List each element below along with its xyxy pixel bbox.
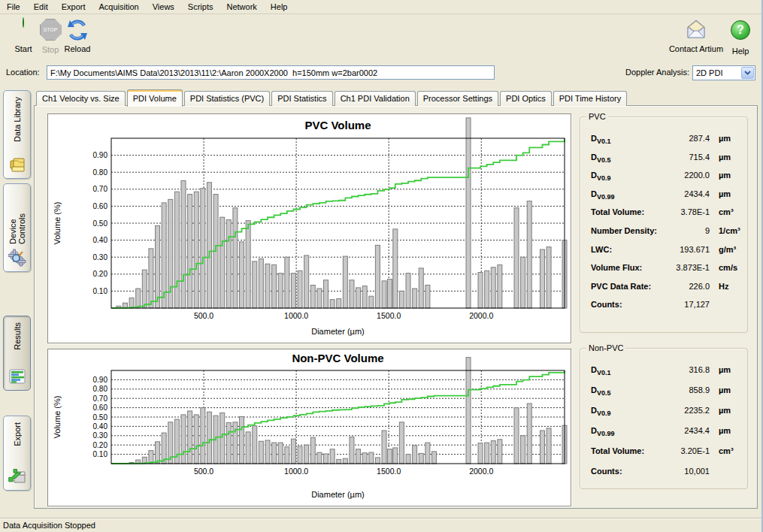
sidebar-item-data-library[interactable]: Data Library [3, 90, 31, 179]
sidebar-item-device-controls[interactable]: Device Controls [3, 183, 31, 272]
chevron-down-icon[interactable] [741, 67, 754, 79]
stat-row: DV0.92235.2µm [591, 406, 741, 426]
svg-text:0.10: 0.10 [93, 450, 108, 458]
sidebar: Data Library Device Controls [0, 86, 34, 518]
svg-text:1000.0: 1000.0 [284, 467, 308, 476]
svg-text:Volume (%): Volume (%) [53, 396, 62, 439]
sidebar-export-label: Export [13, 422, 22, 446]
svg-text:0.50: 0.50 [93, 413, 108, 422]
stat-row: DV0.1287.4µm [591, 134, 741, 153]
svg-text:0.40: 0.40 [93, 422, 108, 431]
svg-text:0.70: 0.70 [93, 185, 108, 193]
bar-chart-icon [8, 367, 26, 385]
svg-text:0.10: 0.10 [93, 287, 108, 295]
svg-text:500.0: 500.0 [194, 311, 213, 320]
svg-text:0.80: 0.80 [93, 168, 108, 177]
tab-pdi-statistics[interactable]: PDI Statistics [271, 91, 332, 106]
svg-text:0.60: 0.60 [93, 404, 108, 412]
non-pvc-volume-chart-panel: Non-PVC Volume0.100.200.300.400.500.600.… [47, 349, 571, 506]
menu-edit[interactable]: Edit [27, 1, 55, 14]
svg-text:Diameter (µm): Diameter (µm) [311, 490, 365, 499]
svg-text:500.0: 500.0 [194, 467, 213, 476]
svg-text:0.30: 0.30 [93, 253, 108, 261]
stat-row: DV0.1316.8µm [591, 365, 741, 385]
stat-row: LWC:193.671g/m³ [591, 245, 741, 264]
pvc-volume-chart-panel: PVC Volume0.100.200.300.400.500.600.700.… [47, 113, 571, 343]
export-box-icon [8, 467, 26, 485]
pdi-volume-tab-page: PVC Volume0.100.200.300.400.500.600.700.… [34, 105, 758, 509]
menu-help[interactable]: Help [264, 1, 295, 14]
sidebar-item-export[interactable]: Export [3, 416, 31, 491]
stat-row: Number Density:91/cm³ [591, 226, 741, 245]
contact-artium-button[interactable]: Contact Artium [665, 18, 727, 53]
svg-text:Volume (%): Volume (%) [53, 202, 62, 245]
help-button-label: Help [723, 47, 758, 56]
non-pvc-stats-groupbox: Non-PVC DV0.1316.8µmDV0.5858.9µmDV0.9223… [580, 348, 748, 489]
stat-row: DV0.5715.4µm [591, 153, 741, 171]
pvc-stats-title: PVC [586, 112, 608, 121]
stat-row: DV0.992434.4µm [591, 189, 741, 208]
svg-text:0.20: 0.20 [93, 270, 108, 278]
menu-bar: File Edit Export Acquisition Views Scrip… [0, 0, 761, 14]
doppler-analysis-value: 2D PDI [693, 68, 741, 77]
doppler-analysis-dropdown[interactable]: 2D PDI [692, 65, 755, 80]
menu-export[interactable]: Export [55, 1, 92, 14]
tab-pdi-volume[interactable]: PDI Volume [127, 89, 183, 107]
svg-text:1500.0: 1500.0 [377, 311, 401, 320]
svg-text:Diameter (µm): Diameter (µm) [311, 327, 365, 336]
sidebar-device-controls-label: Device Controls [8, 190, 26, 244]
stat-row: DV0.5858.9µm [591, 385, 741, 406]
menu-network[interactable]: Network [220, 1, 263, 14]
svg-text:2000.0: 2000.0 [469, 311, 493, 320]
pvc-volume-chart: PVC Volume0.100.200.300.400.500.600.700.… [48, 114, 571, 341]
tab-strip: Ch1 Velocity vs. Size PDI Volume PDI Sta… [36, 89, 628, 106]
svg-text:0.20: 0.20 [93, 441, 108, 449]
pvc-stats-groupbox: PVC DV0.1287.4µmDV0.5715.4µmDV0.92200.0µ… [580, 116, 748, 333]
menu-file[interactable]: File [0, 1, 27, 14]
svg-text:Non-PVC Volume: Non-PVC Volume [292, 352, 383, 364]
toolbar: Start STOP Stop Reload [0, 15, 761, 62]
tab-ch1-pdi-validation[interactable]: Ch1 PDI Validation [335, 91, 416, 106]
tab-ch1-velocity-vs-size[interactable]: Ch1 Velocity vs. Size [36, 91, 126, 106]
svg-text:1500.0: 1500.0 [377, 467, 401, 476]
svg-text:0.40: 0.40 [93, 236, 108, 244]
svg-text:0.90: 0.90 [93, 151, 108, 159]
svg-text:0.60: 0.60 [93, 202, 108, 210]
tab-pdi-statistics-pvc[interactable]: PDI Statistics (PVC) [184, 91, 270, 106]
svg-text:0.80: 0.80 [93, 385, 108, 393]
contact-artium-label: Contact Artium [665, 44, 727, 53]
location-input[interactable] [47, 65, 495, 80]
menu-acquisition[interactable]: Acquisition [92, 1, 146, 14]
sidebar-results-label: Results [13, 322, 22, 350]
gears-magnifier-icon [8, 249, 26, 267]
help-icon: ? [728, 20, 752, 44]
sidebar-item-results[interactable]: Results [3, 316, 31, 391]
menu-views[interactable]: Views [146, 1, 181, 14]
svg-text:PVC Volume: PVC Volume [304, 119, 371, 131]
menu-scripts[interactable]: Scripts [181, 1, 220, 14]
tab-pdi-time-history[interactable]: PDI Time History [553, 91, 628, 106]
help-button[interactable]: ? Help [723, 18, 758, 56]
stat-row: Counts:17,127 [591, 300, 741, 319]
stat-row: Volume Flux:3.873E-1cm/s [591, 263, 741, 282]
stat-row: Counts:10,001 [591, 467, 741, 487]
tab-processor-settings[interactable]: Processor Settings [417, 91, 498, 106]
non-pvc-volume-chart: Non-PVC Volume0.100.200.300.400.500.600.… [48, 349, 571, 504]
svg-text:1000.0: 1000.0 [284, 311, 308, 320]
folders-icon [8, 156, 26, 174]
envelope-icon [684, 18, 708, 42]
stat-row: DV0.92200.0µm [591, 171, 741, 189]
doppler-analysis-label: Doppler Analysis: [625, 68, 689, 77]
svg-text:2000.0: 2000.0 [469, 467, 493, 476]
non-pvc-stats-rows: DV0.1316.8µmDV0.5858.9µmDV0.92235.2µmDV0… [591, 365, 741, 487]
svg-text:0.70: 0.70 [93, 394, 108, 403]
status-text: Data Acquisition Stopped [3, 521, 95, 530]
stat-row: PVC Data Rate:226.0Hz [591, 282, 741, 301]
svg-text:0.90: 0.90 [93, 376, 108, 384]
location-label: Location: [6, 68, 40, 77]
tab-pdi-optics[interactable]: PDI Optics [500, 91, 552, 106]
pvc-stats-rows: DV0.1287.4µmDV0.5715.4µmDV0.92200.0µmDV0… [591, 134, 741, 319]
location-row: Location: Doppler Analysis: 2D PDI [0, 63, 761, 83]
stat-row: DV0.992434.4µm [591, 426, 741, 446]
reload-button[interactable]: Reload [56, 18, 99, 53]
